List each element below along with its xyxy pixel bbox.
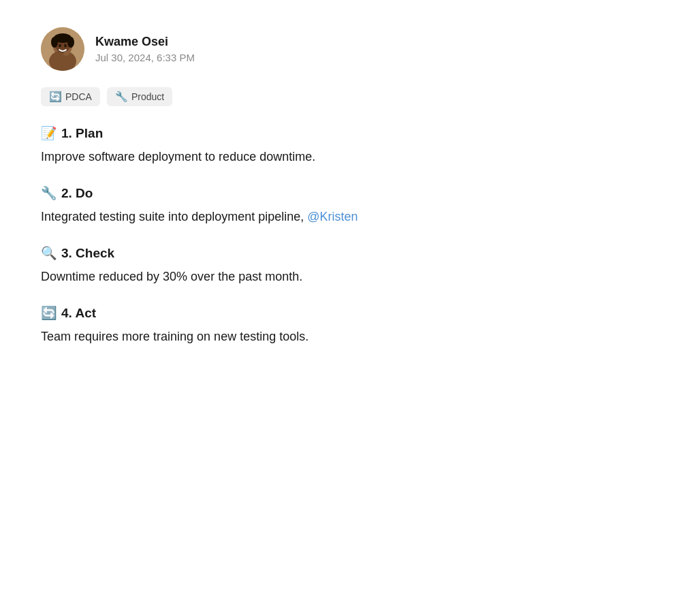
tag-pdca-label: PDCA: [65, 91, 92, 102]
plan-body: Improve software deployment to reduce do…: [41, 148, 626, 166]
act-body: Team requires more training on new testi…: [41, 328, 626, 346]
author-name: Kwame Osei: [95, 35, 195, 49]
avatar: [41, 27, 84, 71]
svg-point-7: [51, 37, 58, 48]
do-icon: 🔧: [41, 185, 57, 201]
act-icon: 🔄: [41, 305, 57, 321]
tags-container: 🔄 PDCA 🔧 Product: [41, 87, 626, 106]
check-body: Downtime reduced by 30% over the past mo…: [41, 268, 626, 286]
product-icon: 🔧: [115, 91, 128, 103]
mention-kristen[interactable]: @Kristen: [307, 210, 357, 223]
tag-product-label: Product: [131, 91, 164, 102]
do-body: Integrated testing suite into deployment…: [41, 208, 626, 226]
section-act-heading: 🔄 4. Act: [41, 305, 626, 321]
post-date: Jul 30, 2024, 6:33 PM: [95, 52, 195, 63]
section-do-heading: 🔧 2. Do: [41, 185, 626, 201]
act-heading-text: 4. Act: [61, 306, 96, 321]
section-plan-heading: 📝 1. Plan: [41, 125, 626, 141]
svg-point-4: [59, 44, 61, 48]
section-check-heading: 🔍 3. Check: [41, 245, 626, 261]
check-icon: 🔍: [41, 245, 57, 261]
plan-heading-text: 1. Plan: [61, 126, 103, 141]
tag-product[interactable]: 🔧 Product: [107, 87, 172, 106]
post-header: Kwame Osei Jul 30, 2024, 6:33 PM: [41, 27, 626, 71]
post-container: Kwame Osei Jul 30, 2024, 6:33 PM 🔄 PDCA …: [41, 27, 626, 351]
svg-point-5: [64, 44, 67, 48]
pdca-icon: 🔄: [49, 91, 62, 103]
plan-icon: 📝: [41, 125, 57, 141]
tag-pdca[interactable]: 🔄 PDCA: [41, 87, 100, 106]
do-heading-text: 2. Do: [61, 186, 93, 201]
check-heading-text: 3. Check: [61, 246, 114, 261]
content-body: 📝 1. Plan Improve software deployment to…: [41, 125, 626, 351]
svg-point-8: [67, 37, 74, 48]
author-info: Kwame Osei Jul 30, 2024, 6:33 PM: [95, 35, 195, 63]
